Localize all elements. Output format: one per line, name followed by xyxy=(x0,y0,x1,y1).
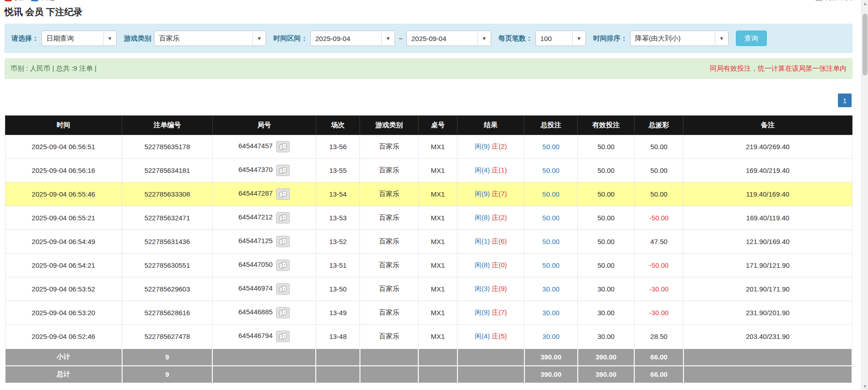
top-item-label[interactable]: 营运 xyxy=(41,0,55,2)
cards-icon[interactable] xyxy=(276,212,290,224)
scroll-down-icon[interactable]: ▼ xyxy=(862,383,868,390)
total-total-bet: 390.00 xyxy=(524,366,578,383)
total-bet-link[interactable]: 50.00 xyxy=(542,190,560,198)
cell-game: 百家乐 xyxy=(360,277,418,301)
col-round: 局号 xyxy=(212,116,316,135)
chevron-down-icon[interactable]: ▼ xyxy=(252,31,266,46)
cell-valid-bet: 30.00 xyxy=(578,277,635,301)
cell-time: 2025-09-04 06:55:21 xyxy=(5,206,122,230)
page-title: 悦讯 会员 下注纪录 xyxy=(5,6,853,18)
search-button[interactable]: 查询 xyxy=(736,31,767,46)
empty-cell xyxy=(212,366,316,383)
cell-valid-bet: 30.00 xyxy=(578,325,635,348)
language-label[interactable]: 简体中文 xyxy=(825,0,853,2)
cell-total-bet: 50.00 xyxy=(524,206,578,230)
col-result: 结果 xyxy=(457,116,524,135)
player-result: 闲(8) xyxy=(475,213,490,221)
cards-icon[interactable] xyxy=(276,307,290,318)
total-bet-link[interactable]: 50.00 xyxy=(542,166,560,174)
player-result: 闲(1) xyxy=(475,237,490,245)
empty-cell xyxy=(683,366,852,383)
game-type-input[interactable] xyxy=(154,31,252,46)
chevron-down-icon[interactable]: ▼ xyxy=(715,31,728,46)
start-date-select[interactable]: ▼ xyxy=(310,31,395,46)
cell-session: 13-54 xyxy=(316,182,360,206)
red-app-icon[interactable] xyxy=(5,0,12,1)
cell-round: 645447125 xyxy=(212,230,316,254)
empty-cell xyxy=(457,366,524,383)
banker-result: 庄(2) xyxy=(492,213,507,221)
table-row: 2025-09-04 06:54:21522785630551645447050… xyxy=(5,254,852,277)
cell-table: MX1 xyxy=(418,325,457,348)
cell-game: 百家乐 xyxy=(360,159,418,182)
empty-cell xyxy=(457,348,524,366)
blue-app-icon[interactable] xyxy=(31,0,38,1)
cards-icon[interactable] xyxy=(276,141,290,152)
page-size-input[interactable] xyxy=(536,31,572,46)
query-type-select[interactable]: ▼ xyxy=(41,31,117,46)
cell-bet-id: 522785629603 xyxy=(122,277,213,301)
total-bet-link[interactable]: 50.00 xyxy=(542,238,560,245)
scroll-up-icon[interactable]: ▲ xyxy=(862,0,868,7)
cell-session: 13-49 xyxy=(316,301,360,325)
scrollbar-thumb[interactable] xyxy=(863,14,868,75)
cell-total-bet: 30.00 xyxy=(524,301,578,325)
table-row: 2025-09-04 06:55:46522785633308645447287… xyxy=(5,182,852,206)
total-bet-link[interactable]: 30.00 xyxy=(542,333,560,340)
cell-note: 121.90/169.40 xyxy=(683,230,852,254)
col-table: 桌号 xyxy=(418,116,457,135)
end-date-select[interactable]: ▼ xyxy=(406,31,491,46)
cards-icon[interactable] xyxy=(276,283,290,295)
cell-session: 13-55 xyxy=(316,159,360,182)
total-bet-link[interactable]: 30.00 xyxy=(542,285,560,293)
cell-valid-bet: 50.00 xyxy=(578,230,635,254)
cards-icon[interactable] xyxy=(276,260,290,271)
col-time: 时间 xyxy=(5,116,122,135)
empty-cell xyxy=(360,366,418,383)
cards-icon[interactable] xyxy=(276,236,290,247)
total-bet-link[interactable]: 50.00 xyxy=(542,143,560,151)
end-date-input[interactable] xyxy=(407,31,478,46)
time-range-label: 时间区间： xyxy=(273,34,308,43)
query-type-input[interactable] xyxy=(42,31,103,46)
cards-icon[interactable] xyxy=(276,165,290,176)
total-bet-link[interactable]: 30.00 xyxy=(542,309,560,317)
sort-select[interactable]: ▼ xyxy=(630,31,729,46)
cell-result: 闲(9) 庄(7) xyxy=(457,182,524,206)
cell-note: 169.40/119.40 xyxy=(683,206,852,230)
game-type-select[interactable]: ▼ xyxy=(154,31,266,46)
player-result: 闲(3) xyxy=(475,285,490,292)
cell-game: 百家乐 xyxy=(360,325,418,348)
cell-time: 2025-09-04 06:52:46 xyxy=(5,325,122,348)
top-item-label[interactable]: 安控 xyxy=(15,0,28,2)
chevron-down-icon[interactable]: ▼ xyxy=(381,31,395,46)
cell-game: 百家乐 xyxy=(360,206,418,230)
scrollbar[interactable]: ▲ ▼ xyxy=(861,0,868,390)
cards-icon[interactable] xyxy=(276,331,290,342)
cell-note: 119.40/169.40 xyxy=(683,182,852,206)
cell-bet-id: 522785630551 xyxy=(122,254,213,277)
start-date-input[interactable] xyxy=(311,31,381,46)
cell-result: 闲(4) 庄(5) xyxy=(457,325,524,348)
table-body: 2025-09-04 06:56:51522785635178645447457… xyxy=(5,135,852,348)
cell-bet-id: 522785635178 xyxy=(122,135,213,159)
page-1-button[interactable]: 1 xyxy=(838,94,852,107)
chevron-down-icon[interactable]: ▼ xyxy=(103,31,116,46)
table-header-row: 时间 注单编号 局号 场次 游戏类别 桌号 结果 总投注 有效投注 总派彩 备注 xyxy=(5,116,852,135)
cell-payout: 28.50 xyxy=(634,325,683,348)
cell-time: 2025-09-04 06:55:46 xyxy=(5,182,122,206)
col-note: 备注 xyxy=(683,116,852,135)
sort-input[interactable] xyxy=(631,31,715,46)
total-bet-link[interactable]: 50.00 xyxy=(542,214,560,222)
globe-icon[interactable] xyxy=(816,0,822,1)
cell-payout: -50.00 xyxy=(634,206,683,230)
cell-valid-bet: 50.00 xyxy=(578,254,635,277)
cards-icon[interactable] xyxy=(276,188,290,200)
subtotal-count: 9 xyxy=(122,348,213,366)
total-bet-link[interactable]: 50.00 xyxy=(542,261,560,269)
chevron-down-icon[interactable]: ▼ xyxy=(572,31,586,46)
cell-result: 闲(1) 庄(6) xyxy=(457,230,524,254)
cell-table: MX1 xyxy=(418,301,457,325)
page-size-select[interactable]: ▼ xyxy=(535,31,586,46)
chevron-down-icon[interactable]: ▼ xyxy=(478,31,491,46)
